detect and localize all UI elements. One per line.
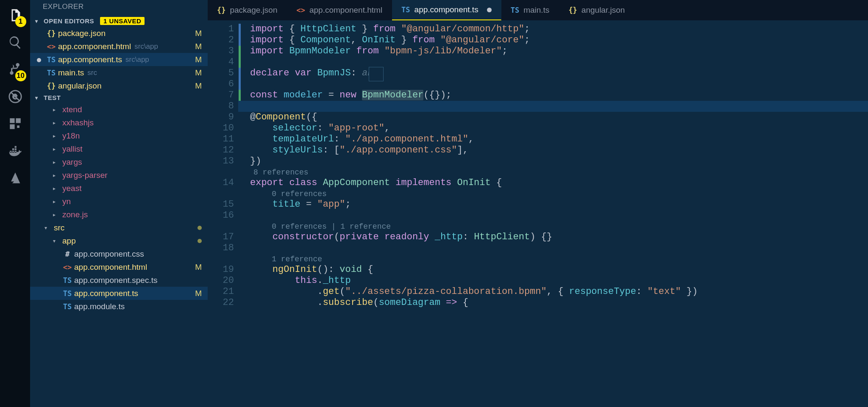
folder-item[interactable]: ▸yallist	[30, 142, 208, 155]
code-line[interactable]: import BpmnModeler from "bpmn-js/lib/Mod…	[250, 46, 868, 57]
code-line[interactable]: const modeler = new BpmnModeler({});	[250, 90, 868, 101]
folder-item[interactable]: ▸y18n	[30, 129, 208, 142]
line-number[interactable]: 9	[208, 112, 238, 123]
line-number[interactable]: 12	[208, 145, 238, 156]
file-item[interactable]: <>app.component.htmlM	[30, 260, 208, 274]
code-line[interactable]: import { HttpClient } from "@angular/com…	[250, 24, 868, 35]
folder-item[interactable]: ▾src	[30, 221, 208, 234]
folder-item[interactable]: ▾app	[30, 234, 208, 247]
code-line[interactable]: constructor(private readonly _http: Http…	[250, 232, 868, 243]
code-line[interactable]: declare var BpmnJS: any;	[250, 68, 868, 79]
line-number[interactable]: 19	[208, 264, 238, 275]
chevron-down-icon: ▾	[35, 18, 40, 24]
line-number[interactable]: 15	[208, 199, 238, 210]
line-number[interactable]: 2	[208, 35, 238, 46]
line-number[interactable]: 6	[208, 79, 238, 90]
code-content[interactable]: import { HttpClient } from "@angular/com…	[238, 20, 868, 407]
line-number[interactable]: 20	[208, 275, 238, 286]
code-line[interactable]: @Component({	[250, 112, 868, 123]
code-line[interactable]: import { Component, OnInit } from "@angu…	[250, 35, 868, 46]
codelens-reference[interactable]: 0 references	[250, 188, 868, 199]
editor-tab[interactable]: TSapp.component.ts	[392, 0, 501, 20]
chevron-right-icon: ▸	[53, 146, 61, 152]
code-line[interactable]	[238, 101, 868, 112]
git-status-badge: M	[195, 55, 202, 64]
file-type-icon: {}	[217, 6, 225, 14]
activity-debug-disabled-icon[interactable]	[8, 89, 23, 104]
file-item[interactable]: TSapp.component.tsM	[30, 287, 208, 300]
code-line[interactable]	[250, 210, 868, 221]
code-line[interactable]: styleUrls: ["./app.component.css"],	[250, 145, 868, 156]
code-editor[interactable]: 12345678910111213141516171819202122 impo…	[208, 20, 868, 407]
folder-item[interactable]: ▸zone.js	[30, 208, 208, 221]
workspace-header[interactable]: ▾ TEST	[30, 92, 208, 103]
folder-item[interactable]: ▸yeast	[30, 182, 208, 195]
activity-files-icon[interactable]: 1	[8, 8, 23, 23]
open-editor-item[interactable]: {}package.jsonM	[30, 27, 208, 40]
git-status-badge: M	[195, 42, 202, 51]
file-item[interactable]: TSapp.component.spec.ts	[30, 274, 208, 287]
activity-extensions-icon[interactable]	[8, 116, 23, 131]
open-editor-item[interactable]: {}angular.jsonM	[30, 79, 208, 92]
code-line[interactable]: title = "app";	[250, 199, 868, 210]
folder-item[interactable]: ▸xxhashjs	[30, 116, 208, 129]
line-number[interactable]: 3	[208, 46, 238, 57]
line-number[interactable]: 14	[208, 177, 238, 188]
editor-tab[interactable]: TSmain.ts	[501, 0, 559, 20]
activity-azure-icon[interactable]	[8, 170, 23, 186]
code-line[interactable]	[250, 79, 868, 90]
folder-item[interactable]: ▸yargs-parser	[30, 169, 208, 182]
file-type-icon: {}	[45, 29, 57, 38]
line-number[interactable]: 4	[208, 57, 238, 68]
item-label: yeast	[62, 184, 81, 193]
open-editor-item[interactable]: TSmain.tssrcM	[30, 66, 208, 79]
code-line[interactable]: })	[250, 156, 868, 167]
activity-docker-icon[interactable]	[8, 143, 23, 158]
line-number[interactable]: 10	[208, 123, 238, 134]
line-number[interactable]: 18	[208, 243, 238, 254]
line-number[interactable]: 17	[208, 232, 238, 243]
line-number[interactable]: 16	[208, 210, 238, 221]
open-editors-header[interactable]: ▾ OPEN EDITORS 1 UNSAVED	[30, 15, 208, 27]
file-item[interactable]: #app.component.css	[30, 247, 208, 260]
open-editor-item[interactable]: <>app.component.htmlsrc\appM	[30, 40, 208, 53]
folder-item[interactable]: ▸yargs	[30, 155, 208, 169]
codelens-reference[interactable]: 8 references	[250, 167, 868, 177]
git-status-badge: M	[195, 81, 202, 91]
file-type-icon: TS	[61, 289, 73, 298]
code-line[interactable]: ngOnInit(): void {	[250, 264, 868, 275]
line-number[interactable]: 8	[208, 101, 238, 112]
folder-item[interactable]: ▸xtend	[30, 103, 208, 116]
line-number[interactable]: 22	[208, 297, 238, 308]
line-number[interactable]: 13	[208, 156, 238, 167]
editor-tab[interactable]: {}package.json	[208, 0, 287, 20]
codelens-reference[interactable]: 0 references | 1 reference	[250, 221, 868, 232]
item-label: zone.js	[62, 210, 88, 219]
activity-scm-icon[interactable]: 10	[8, 62, 23, 77]
code-line[interactable]: .subscribe(someDiagram => {	[250, 297, 868, 308]
line-number[interactable]: 5	[208, 68, 238, 79]
chevron-down-icon: ▾	[35, 95, 40, 101]
line-number[interactable]: 21	[208, 286, 238, 297]
code-line[interactable]: .get("../assets/pizza-collaboration.bpmn…	[250, 286, 868, 297]
editor-tab[interactable]: {}angular.json	[559, 0, 634, 20]
chevron-right-icon: ▸	[53, 172, 61, 178]
folder-item[interactable]: ▸yn	[30, 195, 208, 208]
code-line[interactable]: selector: "app-root",	[250, 123, 868, 134]
line-number[interactable]: 1	[208, 24, 238, 35]
code-line[interactable]: this._http	[250, 275, 868, 286]
file-item[interactable]: TSapp.module.ts	[30, 300, 208, 313]
code-line[interactable]	[250, 57, 868, 68]
editor-tab[interactable]: <>app.component.html	[287, 0, 392, 20]
activity-search-icon[interactable]	[8, 35, 23, 50]
open-editor-item[interactable]: TSapp.component.tssrc\appM	[30, 53, 208, 66]
code-line[interactable]: export class AppComponent implements OnI…	[250, 177, 868, 188]
code-line[interactable]: templateUrl: "./app.component.html",	[250, 134, 868, 145]
file-type-icon: TS	[45, 69, 57, 77]
codelens-reference[interactable]: 1 reference	[250, 254, 868, 264]
file-path: src	[87, 69, 97, 77]
line-number[interactable]: 11	[208, 134, 238, 145]
item-label: y18n	[62, 131, 80, 141]
code-line[interactable]	[250, 243, 868, 254]
line-number[interactable]: 7	[208, 90, 238, 101]
